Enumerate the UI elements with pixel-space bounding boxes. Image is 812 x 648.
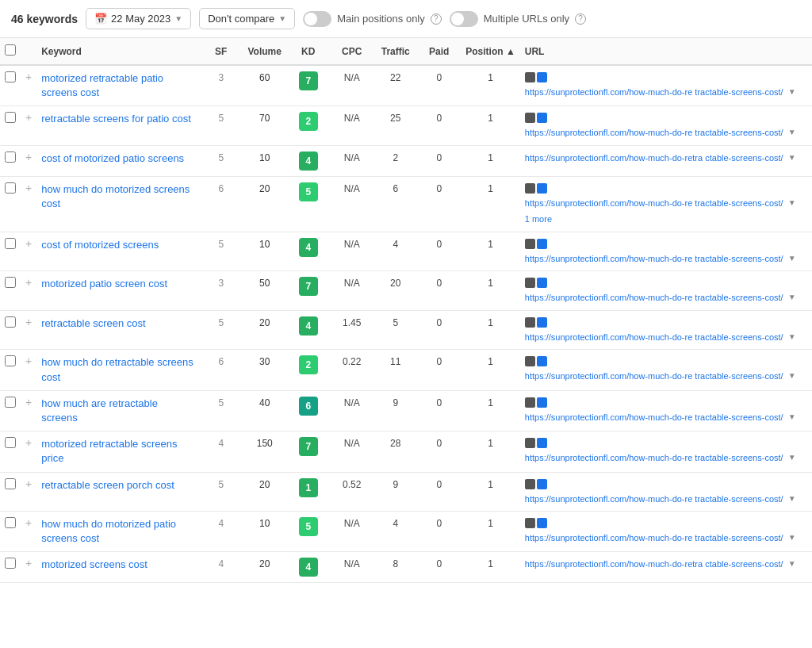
url-dropdown-icon[interactable]: ▼ — [788, 291, 796, 303]
url-dropdown-icon[interactable]: ▼ — [788, 493, 796, 504]
row-checkbox[interactable] — [5, 517, 16, 528]
url-line: https://sunprotectionfl.com/how-much-do-… — [525, 71, 807, 99]
url-link[interactable]: https://sunprotectionfl.com/how-much-do-… — [525, 493, 783, 506]
add-keyword-button[interactable]: + — [25, 276, 32, 289]
keyword-link[interactable]: how much do motorized patio screens cost — [41, 518, 176, 544]
add-keyword-button[interactable]: + — [25, 436, 32, 449]
url-link[interactable]: https://sunprotectionfl.com/how-much-do-… — [525, 291, 783, 305]
traffic-value: 8 — [393, 558, 398, 569]
traffic-value: 2 — [393, 152, 398, 163]
add-keyword-button[interactable]: + — [25, 557, 32, 569]
date-button[interactable]: 📅 22 May 2023 ▼ — [86, 8, 191, 29]
url-link[interactable]: https://sunprotectionfl.com/how-much-do-… — [525, 126, 783, 140]
keyword-link[interactable]: motorized screens cost — [41, 558, 147, 570]
add-keyword-button[interactable]: + — [25, 516, 32, 529]
row-checkbox[interactable] — [5, 355, 16, 366]
add-keyword-button[interactable]: + — [25, 182, 32, 194]
col-cpc[interactable]: CPC — [330, 38, 373, 65]
main-positions-help-icon[interactable]: ? — [431, 13, 442, 25]
add-keyword-button[interactable]: + — [25, 237, 32, 250]
compare-button[interactable]: Don't compare ▼ — [199, 8, 295, 29]
col-paid[interactable]: Paid — [417, 38, 461, 65]
url-link[interactable]: https://sunprotectionfl.com/how-much-do-… — [525, 331, 783, 344]
paid-value: 0 — [436, 558, 442, 569]
row-checkbox[interactable] — [5, 112, 16, 123]
url-dropdown-icon[interactable]: ▼ — [788, 531, 796, 543]
row-checkbox[interactable] — [5, 558, 16, 569]
col-kd[interactable]: KD — [286, 38, 330, 65]
volume-value: 40 — [259, 397, 270, 408]
serp-icon — [525, 183, 535, 194]
sf-value: 4 — [218, 558, 224, 569]
keywords-count: 46 keywords — [11, 13, 78, 25]
keyword-link[interactable]: retractable screen porch cost — [41, 479, 174, 491]
url-cell: https://sunprotectionfl.com/how-much-do-… — [520, 145, 812, 176]
col-sf[interactable]: SF — [199, 38, 243, 65]
add-keyword-button[interactable]: + — [25, 396, 32, 408]
row-checkbox[interactable] — [5, 71, 16, 82]
url-link[interactable]: https://sunprotectionfl.com/how-much-do-… — [525, 151, 783, 165]
url-link[interactable]: https://sunprotectionfl.com/how-much-do-… — [525, 197, 783, 210]
keyword-link[interactable]: retractable screens for patio cost — [41, 113, 191, 125]
url-dropdown-icon[interactable]: ▼ — [788, 411, 796, 423]
url-dropdown-icon[interactable]: ▼ — [788, 86, 796, 98]
url-link[interactable]: https://sunprotectionfl.com/how-much-do-… — [525, 451, 783, 465]
keyword-link[interactable]: how much do retractable screens cost — [41, 356, 193, 382]
url-more-link[interactable]: 1 more — [525, 213, 552, 226]
keyword-link[interactable]: motorized retractable patio screens cost — [41, 72, 163, 98]
url-dropdown-icon[interactable]: ▼ — [788, 126, 796, 138]
paid-value: 0 — [436, 356, 442, 367]
add-keyword-button[interactable]: + — [25, 355, 32, 367]
row-checkbox[interactable] — [5, 478, 16, 489]
row-checkbox[interactable] — [5, 437, 16, 448]
main-positions-toggle[interactable] — [303, 11, 331, 27]
col-volume[interactable]: Volume — [243, 38, 286, 65]
row-checkbox[interactable] — [5, 277, 16, 288]
add-keyword-button[interactable]: + — [25, 151, 32, 163]
add-keyword-button[interactable]: + — [25, 477, 32, 490]
keyword-link[interactable]: cost of motorized screens — [41, 239, 159, 251]
url-link[interactable]: https://sunprotectionfl.com/how-much-do-… — [525, 531, 783, 545]
keyword-link[interactable]: motorized retractable screens price — [41, 438, 177, 464]
row-checkbox[interactable] — [5, 182, 16, 194]
url-dropdown-icon[interactable]: ▼ — [788, 370, 796, 382]
col-traffic[interactable]: Traffic — [373, 38, 417, 65]
url-link[interactable]: https://sunprotectionfl.com/how-much-do-… — [525, 86, 783, 99]
row-checkbox[interactable] — [5, 397, 16, 408]
keyword-link[interactable]: motorized patio screen cost — [41, 278, 167, 289]
url-dropdown-icon[interactable]: ▼ — [788, 331, 796, 343]
table-row: +motorized screens cost4204N/A801https:/… — [0, 552, 812, 583]
keyword-link[interactable]: how much are retractable screens — [41, 397, 158, 424]
keyword-link[interactable]: cost of motorized patio screens — [41, 152, 184, 164]
add-keyword-button[interactable]: + — [25, 111, 32, 124]
url-icons — [525, 479, 547, 489]
row-checkbox[interactable] — [5, 238, 16, 249]
top-bar: 46 keywords 📅 22 May 2023 ▼ Don't compar… — [0, 0, 812, 38]
url-link[interactable]: https://sunprotectionfl.com/how-much-do-… — [525, 558, 783, 571]
multiple-urls-toggle[interactable] — [450, 11, 478, 27]
traffic-value: 20 — [390, 278, 400, 289]
row-checkbox[interactable] — [5, 316, 16, 328]
url-dropdown-icon[interactable]: ▼ — [788, 151, 796, 163]
col-keyword[interactable]: Keyword — [36, 38, 199, 65]
url-dropdown-icon[interactable]: ▼ — [788, 558, 796, 569]
serp-icon — [525, 438, 535, 448]
url-link[interactable]: https://sunprotectionfl.com/how-much-do-… — [525, 252, 783, 266]
url-icons — [525, 518, 547, 528]
add-keyword-button[interactable]: + — [25, 71, 32, 83]
url-dropdown-icon[interactable]: ▼ — [788, 451, 796, 463]
keyword-link[interactable]: how much do motorized screens cost — [41, 183, 190, 209]
url-dropdown-icon[interactable]: ▼ — [788, 252, 796, 264]
cpc-value: 0.52 — [343, 479, 361, 490]
url-link[interactable]: https://sunprotectionfl.com/how-much-do-… — [525, 411, 783, 424]
url-dropdown-icon[interactable]: ▼ — [788, 197, 796, 209]
url-link[interactable]: https://sunprotectionfl.com/how-much-do-… — [525, 370, 783, 383]
select-all-checkbox[interactable] — [5, 44, 16, 56]
col-position[interactable]: Position ▲ — [461, 38, 520, 65]
multiple-urls-help-icon[interactable]: ? — [575, 13, 586, 25]
row-checkbox[interactable] — [5, 151, 16, 163]
keyword-link[interactable]: retractable screen cost — [41, 317, 146, 329]
add-keyword-button[interactable]: + — [25, 316, 32, 328]
cpc-value: N/A — [344, 152, 360, 163]
url-cell: https://sunprotectionfl.com/how-much-do-… — [520, 106, 812, 146]
